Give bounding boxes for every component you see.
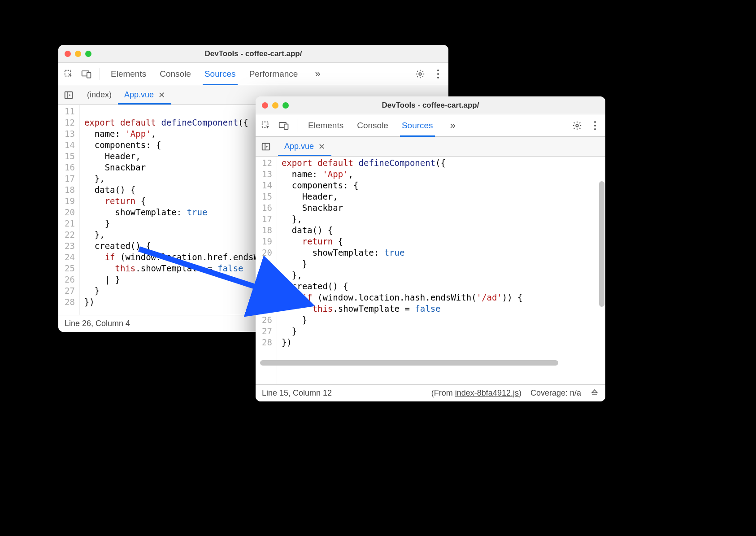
window-title: DevTools - coffee-cart.app/ [256,101,605,110]
cursor-position: Line 26, Column 4 [65,319,130,328]
source-map-link[interactable]: index-8bfa4912.js [455,388,519,397]
gear-icon[interactable] [569,118,585,133]
line-gutter: 111213141516171819202122232425262728 [58,105,80,315]
window-minimize-button[interactable] [272,102,278,109]
close-icon[interactable]: ✕ [158,90,165,100]
svg-rect-7 [65,92,73,98]
window-close-button[interactable] [65,51,71,57]
close-icon[interactable]: ✕ [318,142,325,152]
cursor-position: Line 15, Column 12 [262,388,332,398]
toolbar-divider [297,119,297,132]
file-tab-app-vue[interactable]: App.vue ✕ [118,85,171,105]
kebab-menu-icon[interactable] [430,66,446,82]
gear-icon[interactable] [413,66,428,82]
svg-point-5 [437,73,439,75]
window-title: DevTools - coffee-cart.app/ [58,49,448,58]
svg-point-3 [419,73,421,75]
panel-tabs: Elements Console Sources Performance » [105,63,410,85]
inspect-icon[interactable] [61,66,76,82]
svg-point-6 [437,77,439,78]
tab-elements[interactable]: Elements [308,114,343,137]
device-toggle-icon[interactable] [79,66,94,82]
tab-performance[interactable]: Performance [249,63,298,85]
window-maximize-button[interactable] [85,51,91,57]
main-toolbar: Elements Console Sources » [256,114,605,137]
navigator-toggle-icon[interactable] [258,139,274,154]
tab-sources[interactable]: Sources [204,63,236,85]
coverage-label: Coverage: n/a [530,388,581,398]
more-tabs-icon[interactable]: » [447,120,459,131]
titlebar[interactable]: DevTools - coffee-cart.app/ [58,45,448,63]
source-mapped-from: (From index-8bfa4912.js) [431,388,521,398]
devtools-window-2: DevTools - coffee-cart.app/ Elements Con… [256,96,605,401]
file-tab-label: (index) [87,90,112,100]
svg-point-4 [437,70,439,71]
svg-rect-16 [262,143,270,150]
line-gutter: 1213141516171819202122232425262728 [256,157,277,384]
tab-sources[interactable]: Sources [402,114,433,137]
file-tab-app-vue[interactable]: App.vue ✕ [278,137,331,156]
more-tabs-icon[interactable]: » [311,68,324,80]
traffic-lights [262,102,289,109]
svg-rect-2 [87,72,91,78]
horizontal-scrollbar[interactable] [260,360,599,366]
tab-console[interactable]: Console [160,63,191,85]
scrollbar-thumb[interactable] [260,360,558,366]
window-close-button[interactable] [262,102,268,109]
window-maximize-button[interactable] [282,102,289,109]
file-tab-label: App.vue [124,90,154,100]
svg-point-13 [594,121,596,123]
eject-icon[interactable] [590,388,599,399]
file-tabbar: App.vue ✕ [256,137,605,157]
tab-elements[interactable]: Elements [111,63,146,85]
code-area[interactable]: export default defineComponent({ name: '… [277,157,523,384]
traffic-lights [65,51,91,57]
titlebar[interactable]: DevTools - coffee-cart.app/ [256,96,605,114]
svg-point-14 [594,125,596,126]
svg-rect-11 [284,124,288,129]
code-editor[interactable]: 1213141516171819202122232425262728 expor… [256,157,605,384]
navigator-toggle-icon[interactable] [61,87,76,103]
scrollbar-thumb[interactable] [599,181,604,307]
statusbar: Line 15, Column 12 (From index-8bfa4912.… [256,384,605,401]
file-tab-index[interactable]: (index) [81,85,118,105]
file-tab-label: App.vue [284,142,314,151]
window-minimize-button[interactable] [75,51,81,57]
main-toolbar: Elements Console Sources Performance » [58,63,448,85]
device-toggle-icon[interactable] [276,118,291,133]
kebab-menu-icon[interactable] [587,118,603,133]
panel-tabs: Elements Console Sources » [303,114,567,137]
vertical-scrollbar[interactable] [599,181,604,360]
toolbar-divider [100,68,100,80]
inspect-icon[interactable] [258,118,274,133]
svg-point-12 [576,124,578,127]
tab-console[interactable]: Console [357,114,388,137]
svg-point-15 [594,128,596,130]
